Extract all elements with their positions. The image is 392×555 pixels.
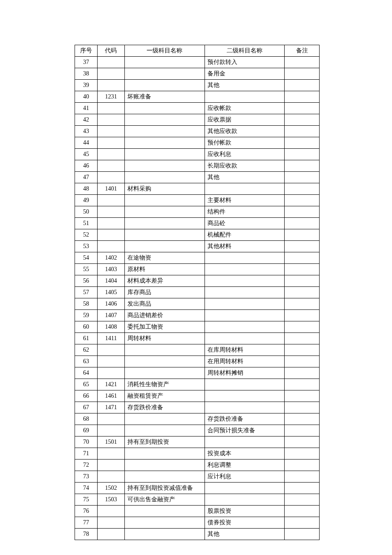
cell-code (97, 367, 124, 379)
cell-seq: 37 (75, 57, 98, 68)
cell-lvl2 (205, 333, 285, 344)
table-row: 671471存货跌价准备 (75, 402, 320, 413)
cell-lvl1 (125, 367, 205, 379)
cell-code (97, 218, 124, 229)
cell-remark (285, 402, 320, 413)
table-row: 581406发出商品 (75, 298, 320, 310)
table-row: 42应收票据 (75, 114, 320, 126)
cell-remark (285, 390, 320, 402)
cell-code: 1402 (97, 252, 124, 264)
table-row: 76股票投资 (75, 506, 320, 517)
cell-lvl2 (205, 494, 285, 506)
cell-lvl2: 主要材料 (205, 195, 285, 206)
cell-remark (285, 494, 320, 506)
table-row: 77债券投资 (75, 517, 320, 529)
cell-code: 1407 (97, 310, 124, 321)
cell-code (97, 356, 124, 367)
cell-lvl2 (205, 298, 285, 310)
cell-lvl1: 原材料 (125, 264, 205, 275)
cell-seq: 40 (75, 91, 98, 103)
cell-lvl1 (125, 160, 205, 172)
header-remark: 备注 (285, 45, 320, 57)
cell-seq: 59 (75, 310, 98, 321)
cell-lvl1: 在途物资 (125, 252, 205, 264)
table-row: 53其他材料 (75, 241, 320, 252)
cell-seq: 77 (75, 517, 98, 529)
cell-seq: 43 (75, 126, 98, 137)
table-row: 46长期应收款 (75, 160, 320, 172)
table-row: 541402在途物资 (75, 252, 320, 264)
cell-lvl1 (125, 57, 205, 68)
cell-lvl1: 发出商品 (125, 298, 205, 310)
cell-lvl1 (125, 356, 205, 367)
cell-lvl2: 其他 (205, 80, 285, 91)
cell-lvl2 (205, 483, 285, 494)
cell-code (97, 126, 124, 137)
table-header-row: 序号 代码 一级科目名称 二级科目名称 备注 (75, 45, 320, 57)
cell-seq: 44 (75, 137, 98, 149)
table-row: 73应计利息 (75, 471, 320, 483)
cell-seq: 58 (75, 298, 98, 310)
cell-lvl2 (205, 91, 285, 103)
cell-lvl2: 其他 (205, 529, 285, 540)
cell-seq: 62 (75, 344, 98, 356)
cell-seq: 72 (75, 460, 98, 471)
table-row: 39其他 (75, 80, 320, 91)
cell-seq: 76 (75, 506, 98, 517)
cell-remark (285, 275, 320, 287)
table-row: 37预付款转入 (75, 57, 320, 68)
cell-lvl2 (205, 402, 285, 413)
table-row: 63在用周转材料 (75, 356, 320, 367)
cell-lvl1 (125, 506, 205, 517)
cell-seq: 46 (75, 160, 98, 172)
cell-remark (285, 241, 320, 252)
cell-lvl1 (125, 517, 205, 529)
table-row: 481401材料采购 (75, 183, 320, 195)
cell-lvl1 (125, 241, 205, 252)
cell-seq: 42 (75, 114, 98, 126)
cell-seq: 69 (75, 425, 98, 436)
cell-remark (285, 321, 320, 333)
cell-lvl1: 持有至到期投资 (125, 436, 205, 448)
cell-code (97, 149, 124, 160)
cell-seq: 54 (75, 252, 98, 264)
cell-seq: 65 (75, 379, 98, 390)
cell-code (97, 172, 124, 183)
cell-seq: 75 (75, 494, 98, 506)
cell-seq: 39 (75, 80, 98, 91)
cell-lvl2: 股票投资 (205, 506, 285, 517)
cell-remark (285, 183, 320, 195)
table-row: 43其他应收款 (75, 126, 320, 137)
cell-remark (285, 80, 320, 91)
header-seq: 序号 (75, 45, 98, 57)
cell-code: 1404 (97, 275, 124, 287)
cell-remark (285, 160, 320, 172)
cell-remark (285, 367, 320, 379)
table-row: 38备用金 (75, 68, 320, 80)
table-row: 551403原材料 (75, 264, 320, 275)
cell-lvl1: 材料成本差异 (125, 275, 205, 287)
cell-lvl2: 预付帐款 (205, 137, 285, 149)
table-row: 41应收帐款 (75, 103, 320, 114)
cell-lvl1 (125, 114, 205, 126)
cell-remark (285, 344, 320, 356)
cell-remark (285, 333, 320, 344)
cell-remark (285, 436, 320, 448)
cell-remark (285, 206, 320, 218)
header-code: 代码 (97, 45, 124, 57)
cell-seq: 60 (75, 321, 98, 333)
table-row: 72利息调整 (75, 460, 320, 471)
cell-lvl1: 消耗性生物资产 (125, 379, 205, 390)
cell-seq: 41 (75, 103, 98, 114)
cell-remark (285, 218, 320, 229)
table-row: 401231坏账准备 (75, 91, 320, 103)
cell-code: 1461 (97, 390, 124, 402)
cell-lvl2 (205, 379, 285, 390)
cell-lvl1 (125, 126, 205, 137)
table-row: 741502持有至到期投资减值准备 (75, 483, 320, 494)
cell-code: 1421 (97, 379, 124, 390)
cell-code (97, 241, 124, 252)
cell-lvl2: 其他 (205, 172, 285, 183)
cell-code (97, 413, 124, 425)
table-row: 50结构件 (75, 206, 320, 218)
